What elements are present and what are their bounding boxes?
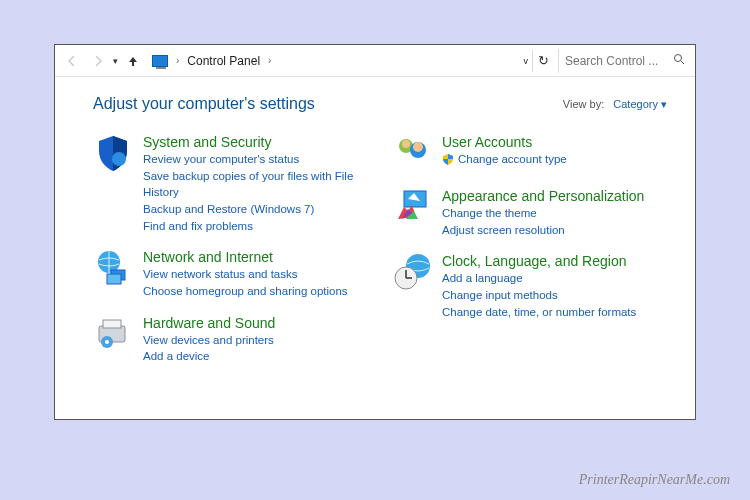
svg-rect-7 — [103, 320, 121, 328]
category-title[interactable]: Clock, Language, and Region — [442, 253, 626, 269]
category-link[interactable]: Add a language — [442, 270, 667, 287]
svg-line-1 — [681, 61, 684, 64]
category-link[interactable]: View devices and printers — [143, 332, 368, 349]
chevron-right-icon: › — [174, 55, 181, 66]
category-appearance: Appearance and Personalization Change th… — [392, 187, 667, 238]
category-link[interactable]: Adjust screen resolution — [442, 222, 667, 239]
shield-icon — [93, 133, 133, 173]
svg-point-13 — [413, 142, 423, 152]
control-panel-icon — [152, 55, 168, 67]
svg-rect-5 — [107, 274, 121, 284]
clock-globe-icon — [392, 252, 432, 292]
category-title[interactable]: Network and Internet — [143, 249, 273, 265]
forward-button[interactable] — [87, 50, 109, 72]
category-link[interactable]: Add a device — [143, 348, 368, 365]
uac-shield-icon — [442, 153, 454, 165]
watermark: PrinterReapirNearMe.com — [579, 472, 730, 488]
category-link[interactable]: View network status and tasks — [143, 266, 368, 283]
chevron-right-icon: › — [266, 55, 273, 66]
category-clock-language-region: Clock, Language, and Region Add a langua… — [392, 252, 667, 320]
category-title[interactable]: Appearance and Personalization — [442, 188, 644, 204]
category-link[interactable]: Backup and Restore (Windows 7) — [143, 201, 368, 218]
view-by: View by: Category ▾ — [563, 98, 667, 111]
search-input[interactable] — [559, 49, 689, 73]
breadcrumb-text[interactable]: Control Panel — [187, 54, 260, 68]
category-link[interactable]: Choose homegroup and sharing options — [143, 283, 368, 300]
address-bar[interactable]: › Control Panel › — [148, 54, 520, 68]
svg-point-9 — [105, 340, 109, 344]
globe-network-icon — [93, 248, 133, 288]
category-hardware-sound: Hardware and Sound View devices and prin… — [93, 314, 368, 365]
address-dropdown-icon[interactable]: v — [524, 56, 529, 66]
category-link[interactable]: Change the theme — [442, 205, 667, 222]
view-by-dropdown[interactable]: Category ▾ — [613, 98, 667, 110]
users-icon — [392, 133, 432, 173]
category-link[interactable]: Change input methods — [442, 287, 667, 304]
personalization-icon — [392, 187, 432, 227]
search-icon — [673, 53, 685, 68]
category-title[interactable]: User Accounts — [442, 134, 532, 150]
page-title: Adjust your computer's settings — [93, 95, 315, 113]
category-link[interactable]: Change date, time, or number formats — [442, 304, 667, 321]
history-dropdown-icon[interactable]: ▾ — [113, 56, 118, 66]
printer-icon — [93, 314, 133, 354]
left-column: System and Security Review your computer… — [93, 133, 368, 379]
category-network-internet: Network and Internet View network status… — [93, 248, 368, 299]
category-user-accounts: User Accounts Change account type — [392, 133, 667, 173]
search-wrap — [558, 49, 689, 73]
up-button[interactable] — [122, 50, 144, 72]
back-button[interactable] — [61, 50, 83, 72]
navigation-bar: ▾ › Control Panel › v ↻ — [55, 45, 695, 77]
category-title[interactable]: Hardware and Sound — [143, 315, 275, 331]
category-link[interactable]: Save backup copies of your files with Fi… — [143, 168, 368, 201]
svg-point-11 — [402, 140, 410, 148]
category-system-security: System and Security Review your computer… — [93, 133, 368, 234]
svg-point-2 — [112, 152, 126, 166]
category-link[interactable]: Change account type — [442, 151, 667, 168]
category-link[interactable]: Find and fix problems — [143, 218, 368, 235]
right-column: User Accounts Change account type Appear… — [392, 133, 667, 379]
svg-point-0 — [675, 54, 682, 61]
category-title[interactable]: System and Security — [143, 134, 271, 150]
category-link[interactable]: Review your computer's status — [143, 151, 368, 168]
view-by-label: View by: — [563, 98, 604, 110]
control-panel-window: ▾ › Control Panel › v ↻ Adjust your comp… — [54, 44, 696, 420]
refresh-button[interactable]: ↻ — [532, 50, 554, 72]
